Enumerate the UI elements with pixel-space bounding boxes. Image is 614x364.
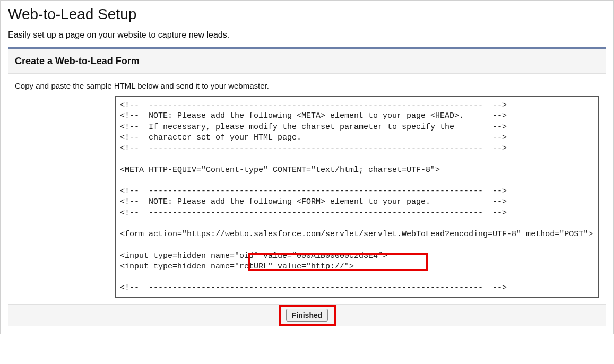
finished-button[interactable]: Finished — [286, 309, 328, 322]
page-header: Web-to-Lead Setup Easily set up a page o… — [1, 1, 613, 47]
panel-footer: Finished — [8, 304, 606, 326]
code-wrapper — [115, 96, 599, 298]
generated-html-code[interactable] — [115, 96, 599, 298]
page-container: Web-to-Lead Setup Easily set up a page o… — [0, 0, 614, 334]
panel-instruction-row: Copy and paste the sample HTML below and… — [8, 74, 606, 96]
form-panel: Create a Web-to-Lead Form Copy and paste… — [8, 47, 606, 326]
instruction-text: Copy and paste the sample HTML below and… — [15, 81, 269, 90]
page-subtitle: Easily set up a page on your website to … — [8, 30, 606, 40]
panel-header: Create a Web-to-Lead Form — [8, 49, 606, 74]
panel-title: Create a Web-to-Lead Form — [15, 56, 599, 67]
page-title: Web-to-Lead Setup — [8, 6, 606, 23]
